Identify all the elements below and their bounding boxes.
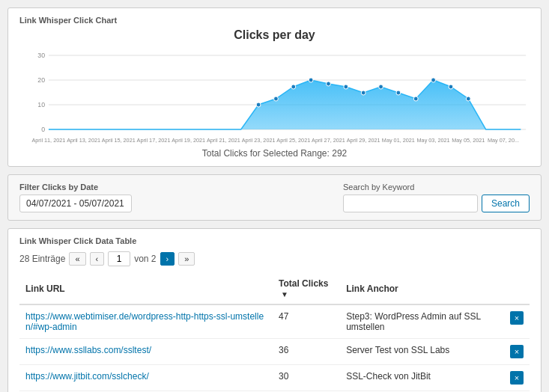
svg-text:April 29, 2021: April 29, 2021 [347, 137, 380, 144]
svg-text:April 23, 2021: April 23, 2021 [242, 137, 276, 144]
link-url-cell: https://www.jitbit.com/sslcheck/ [19, 365, 273, 391]
svg-text:April 27, 2021: April 27, 2021 [312, 137, 345, 144]
svg-point-17 [396, 91, 401, 95]
chart-svg: 30 20 10 0 [19, 48, 530, 145]
filter-panel: Filter Clicks by Date Search by Keyword … [7, 174, 542, 221]
chart-area: 30 20 10 0 [19, 48, 530, 145]
svg-point-15 [361, 91, 366, 95]
prev-page-button[interactable]: ‹ [90, 252, 105, 266]
svg-text:30: 30 [37, 52, 45, 59]
svg-text:April 19, 2021: April 19, 2021 [172, 137, 205, 144]
svg-text:0: 0 [41, 126, 45, 133]
action-cell: × [504, 304, 530, 339]
of-label: von 2 [134, 254, 156, 264]
action-cell: × [504, 365, 530, 391]
svg-text:April 17, 2021: April 17, 2021 [137, 137, 171, 144]
svg-point-9 [256, 102, 261, 107]
table-row: https://www.jitbit.com/sslcheck/30SSL-Ch… [19, 365, 530, 391]
chart-heading: Clicks per day [19, 28, 530, 42]
svg-text:April 25, 2021: April 25, 2021 [276, 137, 310, 144]
chart-panel: Link Whisper Click Chart Clicks per day … [7, 7, 542, 167]
link-url[interactable]: https://www.webtimiser.de/wordpress-http… [25, 311, 264, 332]
svg-text:April 13, 2021: April 13, 2021 [67, 137, 100, 144]
col-action [504, 274, 530, 304]
page-input[interactable] [108, 251, 130, 266]
anchor-cell: Step3: WordPress Admin auf SSL umstellen [340, 304, 504, 339]
svg-text:April 11, 2021: April 11, 2021 [31, 137, 65, 144]
remove-button[interactable]: × [510, 311, 524, 325]
search-label: Search by Keyword [343, 183, 414, 192]
link-url-cell: https://www.webtimiser.de/wordpress-http… [19, 304, 273, 339]
first-page-button[interactable]: « [69, 252, 85, 266]
svg-point-18 [413, 97, 418, 101]
svg-text:May 03, 2021: May 03, 2021 [417, 137, 450, 144]
link-url[interactable]: https://www.ssllabs.com/ssltest/ [25, 345, 151, 355]
search-row: Search [343, 195, 530, 212]
chart-panel-title: Link Whisper Click Chart [19, 16, 530, 25]
svg-text:10: 10 [37, 101, 45, 108]
clicks-cell: 47 [273, 304, 340, 339]
anchor-cell: Server Test von SSL Labs [340, 339, 504, 365]
svg-point-21 [466, 97, 470, 101]
pagination-row: 28 Einträge « ‹ von 2 › » [19, 251, 530, 266]
sort-arrow: ▼ [281, 290, 288, 298]
col-link-url: Link URL [19, 274, 273, 304]
chart-summary-value: 292 [332, 148, 347, 159]
svg-point-12 [309, 78, 313, 82]
svg-text:April 21, 2021: April 21, 2021 [207, 137, 240, 144]
svg-text:May 07, 20...: May 07, 20... [488, 137, 519, 144]
filter-left: Filter Clicks by Date [19, 183, 132, 212]
chart-summary-label: Total Clicks for Selected Range: [202, 148, 330, 159]
svg-text:May 05, 2021: May 05, 2021 [452, 137, 485, 144]
svg-point-10 [274, 97, 279, 101]
svg-point-14 [344, 85, 348, 89]
table-panel: Link Whisper Click Data Table 28 Einträg… [7, 228, 542, 392]
table-row: https://www.ssllabs.com/ssltest/36Server… [19, 339, 530, 365]
svg-point-19 [431, 78, 436, 82]
filter-right: Search by Keyword Search [343, 183, 530, 212]
search-input[interactable] [343, 195, 478, 212]
anchor-cell: SSL-Check von JitBit [340, 365, 504, 391]
svg-point-13 [327, 82, 331, 86]
svg-text:April 15, 2021: April 15, 2021 [102, 137, 136, 144]
next-page-button[interactable]: › [160, 252, 175, 266]
main-container: Link Whisper Click Chart Clicks per day … [0, 0, 549, 392]
clicks-cell: 30 [273, 365, 340, 391]
svg-text:20: 20 [37, 76, 45, 84]
clicks-cell: 36 [273, 339, 340, 365]
filter-label: Filter Clicks by Date [19, 183, 132, 192]
last-page-button[interactable]: » [178, 252, 195, 266]
date-range-input[interactable] [19, 195, 132, 212]
table-row: https://www.webtimiser.de/wordpress-http… [19, 304, 530, 339]
action-cell: × [504, 339, 530, 365]
col-link-anchor: Link Anchor [340, 274, 504, 304]
remove-button[interactable]: × [510, 345, 524, 358]
link-url-cell: https://www.ssllabs.com/ssltest/ [19, 339, 273, 365]
remove-button[interactable]: × [510, 371, 524, 385]
svg-point-16 [379, 85, 383, 89]
link-url[interactable]: https://www.jitbit.com/sslcheck/ [25, 371, 149, 382]
svg-text:May 01, 2021: May 01, 2021 [382, 137, 415, 144]
table-title: Link Whisper Click Data Table [19, 236, 530, 245]
chart-summary: Total Clicks for Selected Range: 292 [19, 148, 530, 159]
svg-point-11 [291, 85, 296, 89]
entries-count: 28 Einträge [19, 254, 65, 264]
col-total-clicks[interactable]: Total Clicks ▼ [273, 274, 340, 304]
search-button[interactable]: Search [482, 195, 530, 212]
svg-point-20 [449, 85, 453, 89]
data-table: Link URL Total Clicks ▼ Link Anchor http… [19, 274, 530, 392]
